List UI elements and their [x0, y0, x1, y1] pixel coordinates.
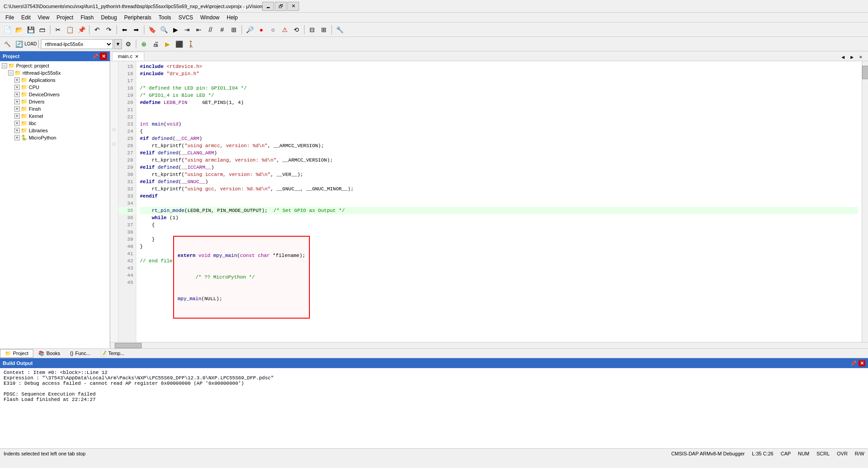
sep3 — [116, 25, 117, 34]
tab-right-btn[interactable]: ▶ — [848, 54, 855, 61]
code-line-35: rt_pin_mode(LEDB_PIN, PIN_MODE_OUTPUT); … — [140, 207, 858, 214]
project-pin-btn[interactable]: 📌 — [92, 53, 99, 60]
next-find-button[interactable]: ▶ — [170, 24, 181, 35]
window-btn1[interactable]: ⊟ — [307, 24, 318, 35]
bookmark-button[interactable]: 🔖 — [147, 24, 157, 35]
open-file-button[interactable]: 📂 — [13, 24, 24, 35]
insert-button[interactable]: ⊞ — [228, 24, 239, 35]
tree-item-applications[interactable]: + 📁 Applications — [1, 76, 109, 84]
scrollbar-thumb[interactable] — [862, 66, 868, 79]
debug-step-btn[interactable]: 🚶 — [185, 39, 196, 50]
tree-item-libraries[interactable]: + 📁 Libraries — [1, 127, 109, 134]
menu-debug[interactable]: Debug — [98, 14, 121, 22]
tab-temp-icon: 📝 — [100, 351, 107, 356]
code-content[interactable]: #include <rtdevice.h> #include "drv_pin.… — [136, 61, 862, 342]
tree-item-kernel[interactable]: + 📁 Kernel — [1, 112, 109, 120]
new-group-btn[interactable]: ⊕ — [139, 39, 149, 50]
find-button[interactable]: 🔍 — [158, 24, 169, 35]
nav-fwd-button[interactable]: ➡ — [131, 24, 142, 35]
tree-item-devicedrivers[interactable]: + 📁 DeviceDrivers — [1, 91, 109, 98]
tree-item-rtthread[interactable]: - 📁 rtthread-lpc55s6x — [1, 69, 109, 76]
print-btn[interactable]: 🖨 — [150, 39, 161, 50]
tab-temp[interactable]: 📝 Temp... — [95, 349, 130, 358]
maximize-button[interactable]: 🗗 — [275, 2, 286, 11]
stop-button[interactable]: ● — [256, 24, 267, 35]
tab-project[interactable]: 📁 Project — [0, 349, 33, 358]
reset-button[interactable]: ⟲ — [291, 24, 302, 35]
target-dropdown-arrow[interactable]: ▾ — [114, 39, 122, 49]
menu-help[interactable]: Help — [223, 14, 242, 22]
close-button[interactable]: ✕ — [287, 2, 299, 11]
menu-tools[interactable]: Tools — [155, 14, 175, 22]
menu-window[interactable]: Window — [197, 14, 223, 22]
expand-root[interactable]: - — [2, 63, 7, 68]
menu-peripherals[interactable]: Peripherals — [121, 14, 155, 22]
tree-item-libc[interactable]: + 📁 libc — [1, 120, 109, 127]
tree-item-root[interactable]: - 📁 Project: project — [1, 62, 109, 69]
expand-devicedrivers[interactable]: + — [14, 92, 20, 97]
libraries-icon: 📁 — [21, 127, 27, 134]
build-close-btn[interactable]: ✕ — [859, 360, 865, 366]
menu-svcs[interactable]: SVCS — [175, 14, 197, 22]
build-btn[interactable]: 🔨 — [2, 39, 13, 50]
tab-main-c[interactable]: main.c ✕ — [112, 52, 144, 61]
expand-micropython[interactable]: + — [14, 135, 20, 140]
tab-funcs[interactable]: {} Func... — [65, 349, 95, 357]
indent-button[interactable]: ⇥ — [182, 24, 192, 35]
save-button[interactable]: 💾 — [25, 24, 36, 35]
expand-cpu[interactable]: + — [14, 85, 20, 90]
menu-flash[interactable]: Flash — [77, 14, 97, 22]
save-all-button[interactable]: 🗃 — [37, 24, 48, 35]
minimize-button[interactable]: 🗕 — [262, 2, 274, 11]
sep2 — [89, 25, 89, 34]
paste-button[interactable]: 📌 — [76, 24, 87, 35]
uncomment-button[interactable]: # — [217, 24, 228, 35]
unindent-button[interactable]: ⇤ — [193, 24, 204, 35]
window-btn2[interactable]: ⊞ — [318, 24, 329, 35]
menu-project[interactable]: Project — [53, 14, 77, 22]
horiz-scrollbar[interactable] — [110, 342, 868, 348]
target-settings-btn[interactable]: ⚙ — [123, 39, 134, 50]
expand-libc[interactable]: + — [14, 121, 20, 126]
comment-button[interactable]: // — [205, 24, 216, 35]
horiz-thumb[interactable] — [115, 343, 142, 348]
redo-button[interactable]: ↷ — [103, 24, 114, 35]
code-line-31: #elif defined(__GNUC__) — [140, 178, 858, 185]
build-pin-btn[interactable]: 📌 — [850, 360, 857, 366]
tools-btn[interactable]: 🔧 — [334, 24, 345, 35]
expand-applications[interactable]: + — [14, 77, 20, 83]
project-close-btn[interactable]: ✕ — [100, 53, 107, 60]
debug-start-btn[interactable]: ▶ — [162, 39, 173, 50]
tree-item-micropython[interactable]: + 🐍 MicroPython — [1, 134, 109, 141]
expand-libraries[interactable]: + — [14, 128, 20, 133]
debug-stop-btn[interactable]: ⬛ — [174, 39, 184, 50]
menu-file[interactable]: File — [2, 14, 18, 22]
build-output: Build Output 📌 ✕ Context : Item #0: <blo… — [0, 358, 868, 448]
expand-kernel[interactable]: + — [14, 113, 20, 119]
expand-drivers[interactable]: + — [14, 99, 20, 104]
tree-item-cpu[interactable]: + 📁 CPU — [1, 84, 109, 91]
new-file-button[interactable]: 📄 — [2, 24, 13, 35]
menu-edit[interactable]: Edit — [18, 14, 34, 22]
undo-button[interactable]: ↶ — [92, 24, 103, 35]
target-dropdown[interactable]: rtthread-lpc55s6x — [41, 39, 113, 49]
circle-button[interactable]: ○ — [268, 24, 278, 35]
tree-item-finsh[interactable]: + 📁 Finsh — [1, 105, 109, 112]
tab-close-all-btn[interactable]: ✕ — [857, 54, 864, 61]
tab-bar: main.c ✕ ◀ ▶ ✕ — [110, 51, 868, 61]
cut-button[interactable]: ✂ — [53, 24, 63, 35]
magnify-button[interactable]: 🔎 — [244, 24, 255, 35]
warning-button[interactable]: ⚠ — [279, 24, 290, 35]
copy-button[interactable]: 📋 — [64, 24, 75, 35]
rebuild-btn[interactable]: 🔄 — [13, 39, 24, 50]
tab-left-btn[interactable]: ◀ — [839, 54, 846, 61]
expand-finsh[interactable]: + — [14, 106, 20, 112]
tab-close-icon[interactable]: ✕ — [135, 54, 139, 59]
tab-books[interactable]: 📚 Books — [33, 349, 65, 358]
tree-item-drivers[interactable]: + 📁 Drivers — [1, 98, 109, 105]
expand-rtthread[interactable]: - — [8, 70, 13, 76]
nav-back-button[interactable]: ⬅ — [119, 24, 130, 35]
load-btn[interactable]: LOAD — [25, 39, 36, 50]
menu-view[interactable]: View — [34, 14, 53, 22]
editor-scrollbar[interactable] — [862, 61, 868, 342]
